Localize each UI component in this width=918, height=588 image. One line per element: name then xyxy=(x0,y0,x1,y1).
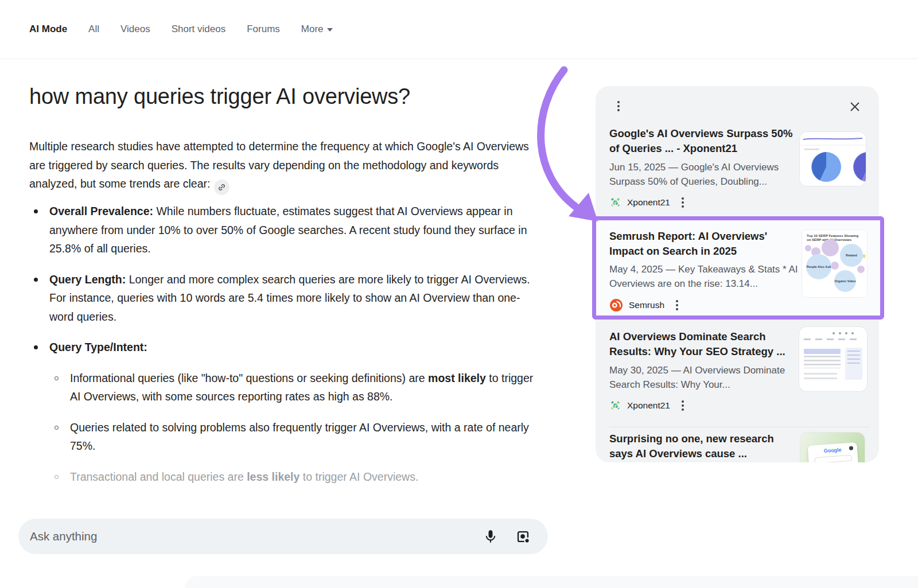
semrush-logo-icon xyxy=(609,298,623,312)
card-menu-icon[interactable] xyxy=(678,197,687,208)
card-thumbnail-google-search[interactable]: Google xyxy=(800,433,865,462)
bullet-marker xyxy=(55,426,59,430)
tab-short-videos[interactable]: Short videos xyxy=(172,24,226,35)
bullet-query-length: Query Length: Longer and more complex se… xyxy=(29,270,537,326)
next-section-edge xyxy=(185,576,918,588)
xponent21-logo-icon xyxy=(609,196,621,208)
xponent21-logo-icon xyxy=(609,399,621,411)
card-menu-icon[interactable] xyxy=(678,400,687,411)
tab-ai-mode[interactable]: AI Mode xyxy=(29,24,67,35)
bullet-marker xyxy=(55,475,59,479)
faded-text-line xyxy=(34,509,505,514)
card-thumbnail-serp-screenshot[interactable] xyxy=(799,327,867,391)
bullet-marker xyxy=(55,376,59,380)
tab-videos[interactable]: Videos xyxy=(120,24,150,35)
page-title: how many queries trigger AI overviews? xyxy=(29,84,410,109)
bullet-marker xyxy=(34,345,38,349)
tab-more[interactable]: More xyxy=(301,24,333,35)
tab-forums[interactable]: Forums xyxy=(247,24,280,35)
card-divider xyxy=(609,427,870,427)
answer-intro: Multiple research studies have attempted… xyxy=(29,137,536,195)
card-thumbnail-bubble-chart[interactable]: Top 10 SERP Features Showing on SERP wit… xyxy=(802,230,867,297)
google-logo-label: Google xyxy=(823,447,842,454)
ask-input[interactable] xyxy=(30,529,483,543)
card-snippet: May 30, 2025 — AI Overviews Dominate Sea… xyxy=(609,364,799,392)
bullet-marker xyxy=(34,209,38,213)
subbullet-informational: Informational queries (like "how-to" que… xyxy=(29,369,537,406)
bullet-overall-prevalence: Overall Prevalence: While numbers fluctu… xyxy=(29,202,537,258)
lens-camera-icon[interactable] xyxy=(515,529,531,544)
tab-all[interactable]: All xyxy=(88,24,99,35)
card-snippet: Jun 15, 2025 — Google's AI Overviews Sur… xyxy=(609,161,799,189)
citation-link-icon[interactable] xyxy=(214,180,230,195)
answer-bullet-list: Overall Prevalence: While numbers fluctu… xyxy=(29,202,537,498)
card-snippet: May 4, 2025 — Key Takeaways & Stats * AI… xyxy=(609,263,800,291)
close-icon[interactable] xyxy=(849,100,861,113)
ask-anything-bar[interactable] xyxy=(18,519,548,554)
microphone-icon[interactable] xyxy=(483,529,498,544)
source-name: Xponent21 xyxy=(627,400,670,411)
panel-menu-icon[interactable] xyxy=(614,101,623,111)
source-name: Xponent21 xyxy=(627,197,670,208)
chevron-down-icon xyxy=(327,28,333,32)
card-thumbnail-pie-charts[interactable] xyxy=(800,132,866,186)
source-name: Semrush xyxy=(629,300,664,310)
card-title: Surprising no one, new research says AI … xyxy=(609,431,798,461)
subbullet-problem-solving: Queries related to solving problems also… xyxy=(29,418,537,455)
card-title: Semrush Report: AI Overviews' Impact on … xyxy=(609,229,799,259)
subbullet-transactional: Transactional and local queries are less… xyxy=(29,468,537,486)
card-menu-icon[interactable] xyxy=(672,300,682,310)
bullet-query-type: Query Type/Intent: xyxy=(29,338,537,357)
search-mode-tabs: AI Mode All Videos Short videos Forums M… xyxy=(0,0,918,59)
bullet-marker xyxy=(34,278,38,282)
card-title: AI Overviews Dominate Search Results: Wh… xyxy=(609,329,798,359)
highlighted-source-card-semrush[interactable]: Semrush Report: AI Overviews' Impact on … xyxy=(592,216,884,320)
card-title: Google's AI Overviews Surpass 50% of Que… xyxy=(609,126,798,156)
